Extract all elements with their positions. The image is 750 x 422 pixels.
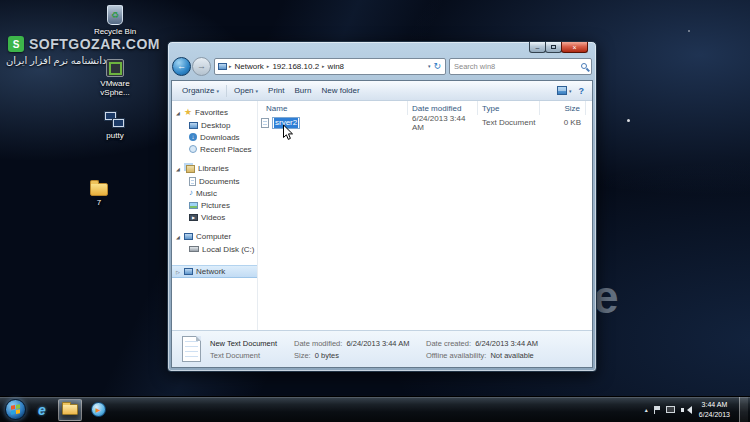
- expanded-twisty-icon[interactable]: ◢: [175, 110, 181, 116]
- command-toolbar: Organize ▾ Open ▾ Print Burn New folder …: [172, 81, 592, 101]
- organize-button[interactable]: Organize ▾: [177, 84, 224, 97]
- print-label: Print: [268, 86, 284, 95]
- desktop-icon: [189, 122, 198, 129]
- putty-icon: [104, 111, 126, 129]
- taskbar-media-player-button[interactable]: ▶: [86, 399, 110, 421]
- location-icon: [218, 63, 227, 70]
- breadcrumb-segment-network[interactable]: Network: [234, 62, 265, 71]
- date-modified-value: 6/24/2013 3:44 AM: [346, 339, 409, 348]
- refresh-icon[interactable]: ↻: [432, 62, 442, 71]
- search-box[interactable]: [449, 58, 592, 75]
- clock-date: 6/24/2013: [699, 410, 730, 419]
- item-label: Pictures: [201, 201, 230, 210]
- mouse-cursor: [282, 124, 294, 146]
- minimize-icon: –: [536, 44, 540, 51]
- item-label: Downloads: [200, 133, 240, 142]
- action-center-flag-icon[interactable]: [654, 406, 660, 414]
- burn-label: Burn: [295, 86, 312, 95]
- sidebar-item-videos[interactable]: ▶ Videos: [172, 211, 257, 223]
- breadcrumb-segment-win8[interactable]: win8: [327, 62, 345, 71]
- expanded-twisty-icon[interactable]: ◢: [175, 166, 181, 172]
- sidebar-item-pictures[interactable]: Pictures: [172, 199, 257, 211]
- windows-explorer-icon: [62, 404, 78, 415]
- desktop-icon-vmware-vsphere[interactable]: VMware vSphe...: [92, 59, 138, 97]
- group-label: Network: [196, 267, 225, 276]
- sidebar-group-favorites[interactable]: ◢ ★ Favorites: [172, 106, 257, 119]
- sidebar-group-libraries[interactable]: ◢ Libraries: [172, 162, 257, 175]
- details-file-type: Text Document: [210, 351, 294, 360]
- sidebar-item-documents[interactable]: Documents: [172, 175, 257, 187]
- text-document-icon: [261, 118, 269, 128]
- date-created-value: 6/24/2013 3:44 AM: [475, 339, 538, 348]
- open-button[interactable]: Open ▾: [229, 84, 263, 97]
- column-header-size[interactable]: Size: [540, 101, 586, 115]
- start-button[interactable]: [5, 399, 26, 420]
- item-label: Documents: [199, 177, 239, 186]
- collapsed-twisty-icon[interactable]: ▷: [175, 269, 181, 275]
- breadcrumb[interactable]: ▸ Network ▸ 192.168.10.2 ▸ win8 ▾ ↻: [214, 58, 446, 75]
- taskbar-clock[interactable]: 3:44 AM 6/24/2013: [699, 400, 730, 419]
- volume-icon[interactable]: [681, 406, 690, 414]
- new-folder-label: New folder: [321, 86, 359, 95]
- address-bar: ← → ▸ Network ▸ 192.168.10.2 ▸ win8 ▾ ↻: [172, 55, 592, 77]
- sidebar-item-desktop[interactable]: Desktop: [172, 119, 257, 131]
- desktop-icon-folder-7[interactable]: 7: [76, 179, 122, 207]
- favorites-star-icon: ★: [184, 108, 192, 117]
- new-folder-button[interactable]: New folder: [316, 84, 364, 97]
- file-row[interactable]: srver2 6/24/2013 3:44 AM Text Document 0…: [258, 115, 592, 130]
- print-button[interactable]: Print: [263, 84, 289, 97]
- sidebar-item-local-disk-c[interactable]: Local Disk (C:): [172, 243, 257, 255]
- file-size: 0 KB: [540, 118, 586, 127]
- close-button[interactable]: ×: [561, 42, 588, 53]
- file-list: Name Date modified Type Size srver2 6/24…: [258, 101, 592, 330]
- show-hidden-icons-button[interactable]: ▴: [645, 406, 648, 413]
- desktop-icon-putty[interactable]: putty: [92, 111, 138, 140]
- views-icon: [557, 86, 567, 95]
- item-label: Local Disk (C:): [202, 245, 254, 254]
- change-view-button[interactable]: ▾: [557, 86, 572, 95]
- maximize-icon: [551, 45, 556, 49]
- vmware-vsphere-icon: [106, 59, 124, 77]
- network-status-icon[interactable]: [666, 406, 675, 413]
- system-tray: ▴ 3:44 AM 6/24/2013: [645, 397, 750, 422]
- minimize-button[interactable]: –: [529, 42, 546, 53]
- search-icon: [581, 63, 587, 69]
- column-header-name[interactable]: Name: [258, 101, 408, 115]
- group-label: Libraries: [198, 164, 229, 173]
- sidebar-item-recent-places[interactable]: Recent Places: [172, 143, 257, 155]
- sidebar-item-music[interactable]: ♪ Music: [172, 187, 257, 199]
- softgozar-logo-icon: S: [8, 36, 24, 52]
- sidebar-item-downloads[interactable]: ↓ Downloads: [172, 131, 257, 143]
- sidebar-group-network[interactable]: ▷ Network: [172, 265, 257, 278]
- windows-logo-icon: [11, 404, 20, 414]
- expanded-twisty-icon[interactable]: ◢: [175, 234, 181, 240]
- folder-icon: [90, 183, 108, 196]
- forward-arrow-icon: →: [197, 61, 206, 71]
- back-button[interactable]: ←: [172, 57, 191, 76]
- search-input[interactable]: [454, 62, 581, 71]
- size-value: 0 bytes: [315, 351, 339, 360]
- item-label: Desktop: [201, 121, 230, 130]
- music-icon: ♪: [189, 189, 193, 197]
- help-icon[interactable]: ?: [579, 86, 585, 96]
- file-type: Text Document: [478, 118, 540, 127]
- show-desktop-button[interactable]: [739, 397, 748, 422]
- taskbar-explorer-button[interactable]: [58, 399, 82, 421]
- forward-button[interactable]: →: [192, 57, 211, 76]
- maximize-button[interactable]: [545, 42, 562, 53]
- text-document-icon-large: [182, 336, 201, 362]
- sidebar-group-computer[interactable]: ◢ Computer: [172, 230, 257, 243]
- clock-time: 3:44 AM: [699, 400, 730, 409]
- caption-buttons: – ×: [530, 42, 588, 53]
- breadcrumb-segment-ip[interactable]: 192.168.10.2: [271, 62, 320, 71]
- explorer-window: – × ← → ▸ Network ▸ 192.168.10.2 ▸ win8 …: [167, 41, 597, 372]
- desktop-icon-recycle-bin[interactable]: ♻ Recycle Bin: [92, 5, 138, 36]
- pictures-icon: [189, 202, 198, 209]
- column-header-type[interactable]: Type: [478, 101, 540, 115]
- burn-button[interactable]: Burn: [290, 84, 317, 97]
- internet-explorer-icon: e: [38, 403, 46, 417]
- size-label: Size:: [294, 351, 311, 360]
- taskbar-internet-explorer-button[interactable]: e: [30, 399, 54, 421]
- computer-icon: [184, 233, 193, 240]
- date-modified-label: Date modified:: [294, 339, 342, 348]
